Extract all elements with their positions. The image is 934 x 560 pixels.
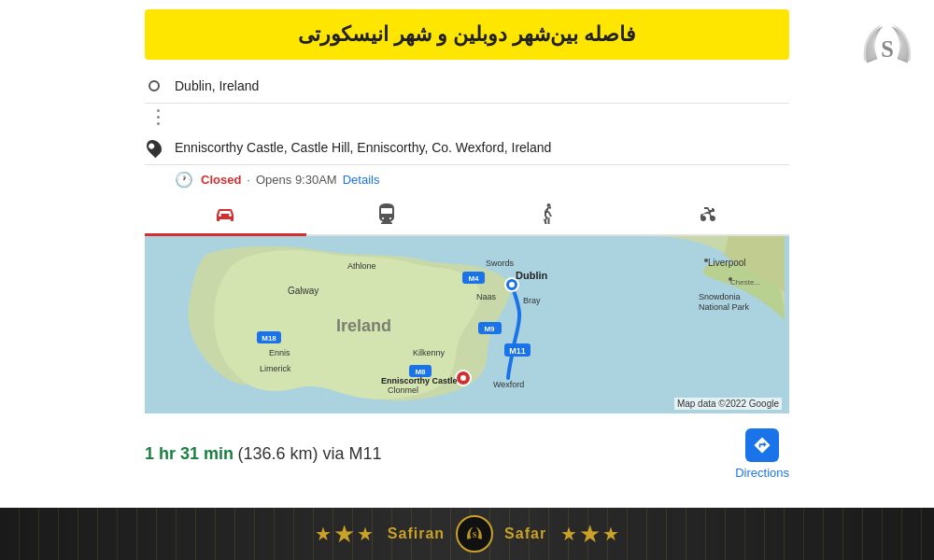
- svg-text:Wexford: Wexford: [493, 380, 524, 389]
- walk-icon: [541, 203, 554, 224]
- svg-text:Liverpool: Liverpool: [708, 258, 746, 268]
- footer-bar: ★ ★ ★ Safiran S Safar ★ ★ ★: [0, 508, 934, 560]
- connector-dots: [157, 105, 160, 129]
- car-icon: [214, 205, 236, 222]
- duration-row: 1 hr 31 min (136.6 km) via M11 Direction…: [145, 413, 789, 487]
- map-copyright: Map data ©2022 Google: [674, 398, 782, 410]
- svg-point-30: [704, 259, 708, 262]
- footer-content: ★ ★ ★ Safiran S Safar ★ ★ ★: [314, 515, 620, 553]
- brand-logo: S: [855, 14, 920, 79]
- destination-text: Enniscorthy Castle, Castle Hill, Ennisco…: [175, 140, 551, 155]
- svg-text:Ennis: Ennis: [269, 348, 290, 357]
- destination-row: Enniscorthy Castle, Castle Hill, Ennisco…: [145, 131, 789, 165]
- main-content: Dublin, Ireland Enniscorthy Castle, Cast…: [0, 69, 934, 487]
- svg-point-32: [729, 277, 732, 281]
- footer-brand-left: Safiran: [388, 525, 445, 542]
- svg-text:Limerick: Limerick: [260, 364, 291, 373]
- destination-icon: [145, 138, 163, 157]
- tab-transit[interactable]: [306, 194, 468, 236]
- duration-via: (136.6 km) via M11: [238, 444, 382, 463]
- map-container: M11 M9 M4 M8 M18 Dublin Bray Athl: [145, 236, 789, 413]
- transit-icon: [377, 203, 396, 224]
- transport-tabs: [145, 194, 789, 236]
- footer-stars-right: ★ ★ ★: [559, 520, 620, 549]
- status-row: 🕐 Closed · Opens 9:30AM Details: [145, 165, 789, 194]
- svg-text:Enniscorthy Castle: Enniscorthy Castle: [381, 376, 458, 385]
- star-icon-5: ★: [579, 520, 601, 549]
- star-icon-3: ★: [357, 523, 374, 545]
- svg-text:Clonmel: Clonmel: [388, 385, 418, 395]
- svg-text:S: S: [473, 531, 477, 539]
- duration-time: 1 hr 31 min: [145, 444, 234, 463]
- directions-button[interactable]: Directions: [735, 428, 789, 480]
- navigation-icon: [753, 436, 771, 455]
- svg-text:Galway: Galway: [288, 286, 318, 296]
- svg-text:M18: M18: [262, 334, 276, 343]
- footer-logo: S: [456, 515, 493, 553]
- svg-text:Athlone: Athlone: [347, 261, 376, 271]
- svg-text:M9: M9: [484, 325, 495, 333]
- footer-brand-right: Safar: [504, 525, 546, 542]
- svg-text:M11: M11: [509, 346, 526, 356]
- svg-text:Cheste...: Cheste...: [730, 278, 760, 287]
- map-svg: M11 M9 M4 M8 M18 Dublin Bray Athl: [145, 236, 789, 413]
- bike-icon: [699, 205, 719, 222]
- status-separator: ·: [247, 173, 250, 187]
- origin-icon: [145, 77, 163, 95]
- directions-label: Directions: [735, 466, 789, 480]
- circle-dot-icon: [149, 80, 160, 91]
- page-title: فاصله بین‌شهر دوبلین و شهر انیسکورتی: [163, 22, 771, 47]
- status-details-link[interactable]: Details: [343, 173, 380, 187]
- star-icon-4: ★: [560, 523, 577, 545]
- svg-text:Swords: Swords: [486, 259, 515, 268]
- tab-walk[interactable]: [467, 194, 629, 236]
- footer-logo-icon: S: [463, 523, 486, 545]
- directions-icon: [745, 428, 779, 462]
- header-banner: فاصله بین‌شهر دوبلین و شهر انیسکورتی: [145, 9, 789, 60]
- svg-text:Bray: Bray: [523, 296, 541, 305]
- status-closed: Closed: [201, 173, 241, 187]
- origin-row: Dublin, Ireland: [145, 69, 789, 104]
- star-icon-6: ★: [602, 523, 619, 545]
- svg-text:Dublin: Dublin: [516, 270, 547, 281]
- svg-text:Naas: Naas: [476, 292, 497, 301]
- clock-icon: 🕐: [175, 171, 193, 189]
- pin-icon: [144, 137, 165, 159]
- footer-stars-left: ★ ★ ★: [314, 520, 375, 549]
- origin-text: Dublin, Ireland: [175, 78, 259, 93]
- svg-point-15: [460, 375, 466, 381]
- tab-bike[interactable]: [629, 194, 790, 236]
- svg-point-13: [509, 282, 515, 287]
- svg-text:Kilkenny: Kilkenny: [413, 348, 446, 357]
- svg-text:Snowdonia: Snowdonia: [699, 292, 741, 301]
- svg-text:M4: M4: [468, 274, 479, 283]
- star-icon-2: ★: [333, 520, 355, 549]
- svg-text:S: S: [881, 36, 894, 62]
- status-opens: Opens 9:30AM: [256, 173, 337, 187]
- duration-info: 1 hr 31 min (136.6 km) via M11: [145, 444, 382, 464]
- svg-text:National Park: National Park: [699, 302, 750, 312]
- tab-car[interactable]: [145, 194, 306, 236]
- svg-text:M8: M8: [415, 368, 426, 376]
- star-icon-1: ★: [315, 523, 332, 545]
- logo-area: S: [850, 9, 925, 84]
- svg-text:Ireland: Ireland: [336, 316, 391, 335]
